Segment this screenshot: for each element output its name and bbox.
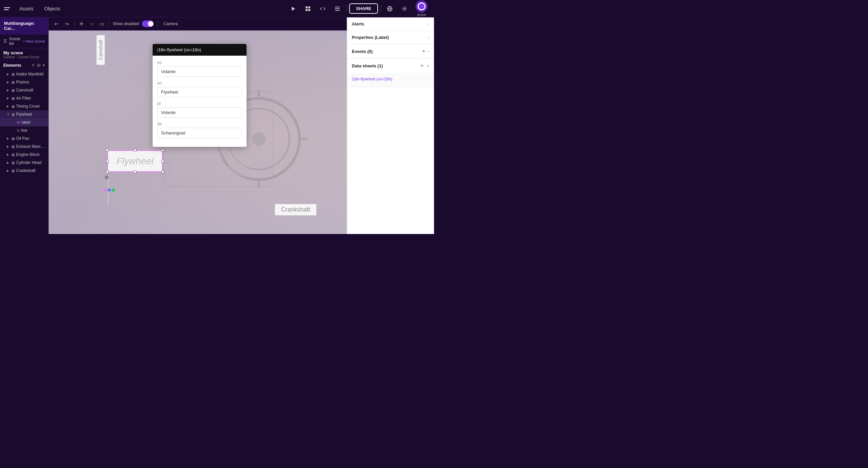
connector-line: [108, 179, 108, 205]
move-tool-button[interactable]: ✛: [78, 20, 85, 28]
show-disabled-label: Show disabled: [113, 22, 139, 26]
tree-item-pistons[interactable]: ▶ ▣ Pistons: [0, 78, 48, 86]
folder-icon: ▣: [11, 112, 15, 117]
rect-tool-button[interactable]: ▭: [98, 20, 106, 28]
toolbar-sep-2: [109, 21, 109, 27]
events-add-icon[interactable]: +: [422, 48, 425, 54]
data-sheets-row[interactable]: Data sheets (1) + ∨: [347, 59, 434, 73]
connector-dot: [105, 175, 108, 179]
svg-rect-4: [308, 9, 310, 11]
scene-info: My scene Surface · Current Scene: [0, 48, 48, 61]
item-label: Pistons: [16, 80, 29, 85]
elements-actions: ✕ ⊞ ▾: [31, 63, 45, 68]
tree-item-exhaust-manifold[interactable]: ▶ ▣ Exhaust Manifold: [0, 142, 48, 151]
i18n-input-de[interactable]: [157, 128, 242, 138]
objects-button[interactable]: Objects: [41, 5, 63, 13]
globe-button[interactable]: [384, 3, 396, 15]
events-row[interactable]: Events (0) + ›: [347, 44, 434, 58]
alerts-chevron-icon: ›: [428, 22, 429, 27]
canvas-toolbar: ↩ ↪ ✛ ○ ▭ Show disabled Camera: [49, 18, 347, 31]
tree-item-engine-block[interactable]: ▶ ▣ Engine Block: [0, 151, 48, 159]
folder-icon: ▣: [11, 136, 15, 141]
properties-row[interactable]: Properties (Label) ›: [347, 31, 434, 44]
right-panel: Alerts › Properties (Label) › Events (0)…: [347, 18, 434, 234]
share-button[interactable]: SHARE: [349, 3, 378, 14]
nav-divider-2: [381, 5, 381, 13]
i18n-lang-pt: pt: [157, 101, 242, 106]
alerts-section: Alerts ›: [347, 18, 434, 31]
chevron-icon: ▶: [7, 97, 10, 100]
data-sheets-actions: + ∨: [421, 63, 429, 69]
handle-green: [112, 189, 115, 192]
i18n-input-pt[interactable]: [157, 107, 242, 118]
list-button[interactable]: [331, 3, 343, 15]
data-sheets-add-icon[interactable]: +: [421, 63, 424, 69]
i18n-lang-de: de: [157, 122, 242, 126]
elements-list: ▶ ▣ Intake Manifold ▶ ▣ Pistons ▶ ▣ Cams…: [0, 70, 48, 234]
i18n-input-en[interactable]: [157, 87, 242, 97]
label-icon: 🏷: [17, 120, 21, 124]
show-disabled-control: Show disabled: [113, 21, 154, 27]
circle-tool-button[interactable]: ○: [89, 20, 95, 28]
chevron-down-icon[interactable]: ▾: [42, 63, 45, 68]
show-disabled-toggle[interactable]: [142, 21, 154, 27]
i18n-input-es[interactable]: [157, 66, 242, 77]
tree-item-air-filter[interactable]: ▶ ▣ Air Filter: [0, 94, 48, 102]
toolbar-sep: [74, 21, 74, 27]
add-folder-icon[interactable]: ⊞: [37, 63, 40, 68]
chevron-icon: ▶: [7, 105, 10, 108]
events-title: Events (0): [352, 49, 373, 54]
active-dot: [415, 0, 428, 12]
svg-rect-6: [335, 8, 340, 9]
tree-item-line[interactable]: ⊟ line: [0, 126, 48, 134]
chevron-icon: ▶: [7, 169, 10, 172]
active-label: Active: [417, 13, 426, 17]
svg-point-11: [404, 8, 405, 9]
tree-item-camshaft[interactable]: ▶ ▣ Camshaft: [0, 86, 48, 94]
project-title: Multilanguage: Car...: [0, 18, 48, 35]
i18n-field-pt: pt: [157, 101, 242, 118]
alerts-title: Alerts: [352, 22, 364, 27]
left-sidebar: Multilanguage: Car... ☰ Scene list + New…: [0, 18, 49, 234]
tree-item-crankshaft[interactable]: ▶ ▣ Crankshaft: [0, 167, 48, 175]
undo-button[interactable]: ↩: [53, 20, 60, 28]
tree-item-label[interactable]: 🏷 label: [0, 118, 48, 126]
alerts-row[interactable]: Alerts ›: [347, 18, 434, 31]
data-sheets-content: i18n-flywheel (ox-i18n): [347, 73, 434, 87]
grid-button[interactable]: [302, 3, 314, 15]
play-button[interactable]: [287, 3, 299, 15]
item-label: Intake Manifold: [16, 72, 43, 76]
chevron-icon: ▶: [7, 72, 10, 76]
folder-icon: ▣: [11, 144, 15, 149]
redo-button[interactable]: ↪: [63, 20, 71, 28]
flywheel-label-box[interactable]: Flywheel: [107, 150, 163, 172]
tree-item-cylinder-head[interactable]: ▶ ▣ Cylinder Head: [0, 159, 48, 167]
item-label: Cylinder Head: [16, 160, 41, 165]
active-badge: Active: [413, 0, 430, 17]
code-button[interactable]: [317, 3, 329, 15]
data-sheet-item[interactable]: i18n-flywheel (ox-i18n): [352, 75, 429, 83]
folder-icon: ▣: [11, 104, 15, 109]
nav-divider: [346, 5, 346, 13]
tree-item-oil-pan[interactable]: ▶ ▣ Oil Pan: [0, 134, 48, 142]
tree-item-intake-manifold[interactable]: ▶ ▣ Intake Manifold: [0, 70, 48, 78]
item-label: Timing Cover: [16, 104, 40, 109]
svg-point-14: [252, 132, 265, 146]
assets-button[interactable]: Assets: [17, 5, 36, 13]
svg-marker-0: [292, 7, 295, 11]
tree-item-timing-cover[interactable]: ▶ ▣ Timing Cover: [0, 102, 48, 110]
close-elements-icon[interactable]: ✕: [31, 63, 35, 68]
menu-icon[interactable]: [4, 5, 11, 12]
data-sheets-section: Data sheets (1) + ∨ i18n-flywheel (ox-i1…: [347, 59, 434, 87]
active-dot-inner: [417, 2, 426, 10]
settings-button[interactable]: [398, 3, 410, 15]
alerts-actions: ›: [428, 22, 429, 27]
new-scene-button[interactable]: + New Scene: [23, 39, 45, 43]
scene-list-button[interactable]: ☰ Scene list: [3, 37, 23, 46]
tree-item-flywheel[interactable]: ▼ ▣ Flywheel: [0, 110, 48, 118]
canvas-viewport[interactable]: Camshaft Pis Crankshaft: [49, 31, 347, 234]
handle-blue: [108, 189, 111, 192]
properties-title: Properties (Label): [352, 35, 389, 40]
svg-rect-7: [335, 10, 340, 11]
scene-bar: ☰ Scene list + New Scene: [0, 35, 48, 48]
